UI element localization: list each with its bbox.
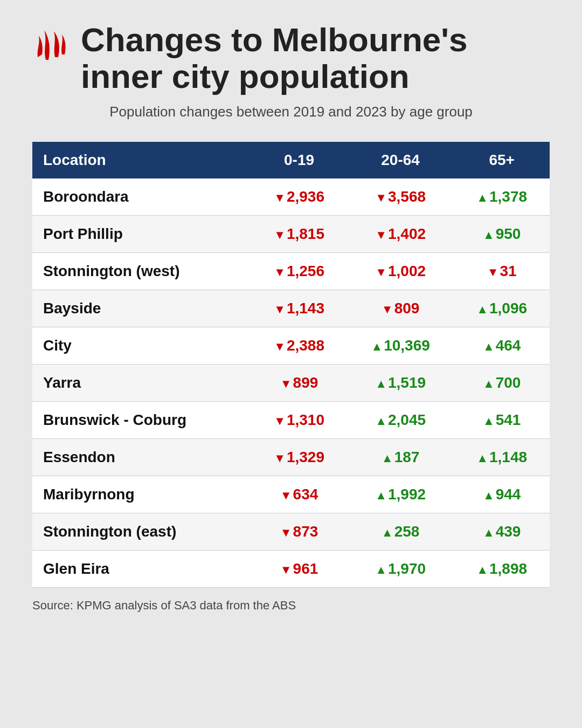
value-with-arrow: 10,369 [371, 337, 429, 354]
cell-20-64: 2,045 [347, 402, 454, 439]
value-with-arrow: 1,992 [375, 486, 426, 503]
cell-20-64: 1,402 [347, 216, 454, 253]
cell-20-64: 258 [347, 513, 454, 551]
table-row: Yarra8991,519700 [32, 365, 550, 402]
cell-65plus: 1,898 [454, 551, 550, 588]
cell-0-19: 1,143 [251, 290, 347, 327]
value-with-arrow: 1,898 [476, 560, 527, 577]
subtitle: Population changes between 2019 and 2023… [32, 104, 550, 120]
table-row: City2,38810,369464 [32, 327, 550, 365]
cell-0-19: 961 [251, 551, 347, 588]
table-row: Maribyrnong6341,992944 [32, 476, 550, 513]
cell-20-64: 1,970 [347, 551, 454, 588]
value-with-arrow: 1,256 [274, 263, 324, 279]
value-with-arrow: 1,143 [274, 300, 324, 317]
main-title: Changes to Melbourne's inner city popula… [81, 22, 467, 95]
value-with-arrow: 944 [483, 486, 521, 503]
cell-location: City [32, 327, 251, 365]
table-row: Essendon1,3291871,148 [32, 439, 550, 476]
table-row: Bayside1,1438091,096 [32, 290, 550, 327]
cell-location: Bayside [32, 290, 251, 327]
cell-0-19: 1,329 [251, 439, 347, 476]
value-with-arrow: 1,519 [375, 374, 426, 391]
value-with-arrow: 809 [382, 300, 420, 317]
table-row: Boroondara2,9363,5681,378 [32, 178, 550, 216]
table-row: Brunswick - Coburg1,3102,045541 [32, 402, 550, 439]
cell-20-64: 187 [347, 439, 454, 476]
population-table: Location 0-19 20-64 65+ Boroondara2,9363… [32, 142, 550, 588]
cell-65plus: 950 [454, 216, 550, 253]
value-with-arrow: 1,096 [476, 300, 527, 317]
value-with-arrow: 634 [280, 486, 318, 503]
cell-20-64: 809 [347, 290, 454, 327]
col-header-65plus: 65+ [454, 142, 550, 178]
abc-logo-icon [32, 25, 70, 63]
value-with-arrow: 439 [483, 523, 521, 540]
value-with-arrow: 1,402 [375, 225, 426, 242]
title-row: Changes to Melbourne's inner city popula… [32, 22, 550, 95]
cell-65plus: 1,148 [454, 439, 550, 476]
cell-0-19: 1,310 [251, 402, 347, 439]
col-header-0-19: 0-19 [251, 142, 347, 178]
cell-location: Maribyrnong [32, 476, 251, 513]
source-text: Source: KPMG analysis of SA3 data from t… [32, 599, 550, 613]
table-header-row: Location 0-19 20-64 65+ [32, 142, 550, 178]
cell-0-19: 1,815 [251, 216, 347, 253]
cell-65plus: 541 [454, 402, 550, 439]
value-with-arrow: 1,329 [274, 449, 324, 465]
value-with-arrow: 1,378 [476, 188, 527, 205]
cell-65plus: 439 [454, 513, 550, 551]
header-section: Changes to Melbourne's inner city popula… [32, 22, 550, 131]
cell-0-19: 899 [251, 365, 347, 402]
value-with-arrow: 258 [382, 523, 420, 540]
cell-0-19: 634 [251, 476, 347, 513]
value-with-arrow: 2,388 [274, 337, 324, 354]
value-with-arrow: 1,815 [274, 225, 324, 242]
cell-20-64: 1,992 [347, 476, 454, 513]
value-with-arrow: 1,148 [476, 449, 527, 465]
cell-location: Essendon [32, 439, 251, 476]
value-with-arrow: 464 [483, 337, 521, 354]
cell-0-19: 2,388 [251, 327, 347, 365]
value-with-arrow: 1,970 [375, 560, 426, 577]
cell-location: Yarra [32, 365, 251, 402]
cell-20-64: 10,369 [347, 327, 454, 365]
value-with-arrow: 700 [483, 374, 521, 391]
cell-location: Boroondara [32, 178, 251, 216]
value-with-arrow: 1,310 [274, 411, 324, 428]
cell-location: Port Phillip [32, 216, 251, 253]
value-with-arrow: 3,568 [375, 188, 426, 205]
value-with-arrow: 2,045 [375, 411, 426, 428]
col-header-location: Location [32, 142, 251, 178]
cell-65plus: 944 [454, 476, 550, 513]
value-with-arrow: 950 [483, 225, 521, 242]
value-with-arrow: 541 [483, 411, 521, 428]
value-with-arrow: 187 [382, 449, 420, 465]
cell-65plus: 700 [454, 365, 550, 402]
cell-0-19: 873 [251, 513, 347, 551]
cell-location: Stonnington (east) [32, 513, 251, 551]
cell-65plus: 464 [454, 327, 550, 365]
col-header-20-64: 20-64 [347, 142, 454, 178]
table-row: Port Phillip1,8151,402950 [32, 216, 550, 253]
cell-location: Glen Eira [32, 551, 251, 588]
table-row: Glen Eira9611,9701,898 [32, 551, 550, 588]
cell-20-64: 3,568 [347, 178, 454, 216]
value-with-arrow: 899 [280, 374, 318, 391]
cell-65plus: 31 [454, 253, 550, 290]
cell-location: Brunswick - Coburg [32, 402, 251, 439]
cell-20-64: 1,002 [347, 253, 454, 290]
value-with-arrow: 2,936 [274, 188, 324, 205]
title-line2: inner city population [81, 58, 410, 95]
value-with-arrow: 873 [280, 523, 318, 540]
table-row: Stonnington (west)1,2561,00231 [32, 253, 550, 290]
cell-0-19: 1,256 [251, 253, 347, 290]
cell-65plus: 1,096 [454, 290, 550, 327]
value-with-arrow: 1,002 [375, 263, 426, 279]
value-with-arrow: 961 [280, 560, 318, 577]
cell-65plus: 1,378 [454, 178, 550, 216]
table-row: Stonnington (east)873258439 [32, 513, 550, 551]
cell-0-19: 2,936 [251, 178, 347, 216]
cell-20-64: 1,519 [347, 365, 454, 402]
value-with-arrow: 31 [487, 263, 517, 279]
